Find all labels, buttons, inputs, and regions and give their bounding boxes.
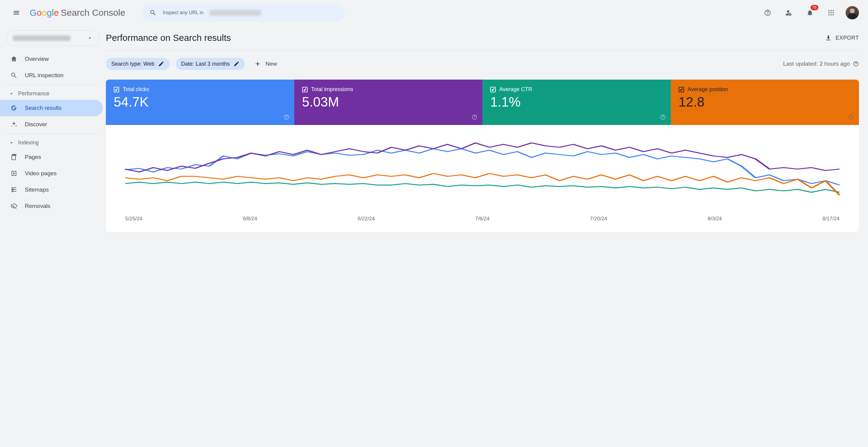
metric-help-button[interactable]: [660, 114, 666, 121]
sidebar-item-label: Search results: [25, 105, 61, 111]
x-tick: 8/17/24: [822, 216, 840, 222]
svg-point-6: [828, 14, 830, 16]
metric-value: 1.1%: [490, 94, 663, 110]
filter-row: Search type: Web Date: Last 3 months New…: [106, 51, 859, 80]
sidebar-item-search-results[interactable]: Search results: [0, 100, 103, 116]
google-g-icon: [10, 105, 18, 112]
search-icon: [10, 72, 18, 79]
eye-off-icon: [10, 203, 18, 210]
last-updated-text: Last updated: 2 hours ago: [783, 61, 850, 67]
metric-total-impressions[interactable]: Total impressions 5.03M: [294, 80, 483, 125]
metric-help-button[interactable]: [283, 114, 289, 121]
brand: Google Search Console: [30, 7, 125, 18]
apps-button[interactable]: [825, 6, 838, 19]
x-tick: 6/22/24: [358, 216, 375, 222]
property-selector[interactable]: [6, 30, 100, 46]
search-placeholder-prefix: Inspect any URL in: [163, 10, 204, 16]
manage-users-button[interactable]: [782, 6, 796, 19]
home-icon: [10, 55, 18, 63]
checkbox-icon: [302, 87, 308, 92]
metric-average-ctr[interactable]: Average CTR 1.1%: [483, 80, 671, 125]
page-header: Performance on Search results EXPORT: [106, 33, 859, 51]
svg-point-1: [831, 10, 832, 11]
chevron-down-icon: [8, 140, 14, 146]
sidebar-item-label: URL inspection: [25, 72, 63, 79]
page-title: Performance on Search results: [106, 33, 231, 43]
sidebar-section-indexing[interactable]: Indexing: [0, 135, 106, 149]
sidebar-item-pages[interactable]: Pages: [0, 149, 103, 165]
sidebar-item-label: Video pages: [25, 170, 57, 177]
help-icon[interactable]: [853, 61, 859, 67]
performance-card: Total clicks 54.7K Total impressions 5.0…: [106, 80, 859, 232]
sidebar-section-performance[interactable]: Performance: [0, 86, 106, 100]
new-label: New: [266, 61, 277, 67]
divider: [6, 134, 100, 134]
help-button[interactable]: [761, 6, 774, 19]
sidebar-item-url-inspection[interactable]: URL inspection: [0, 67, 103, 84]
menu-icon: [13, 9, 20, 16]
sidebar-section-label: Indexing: [18, 140, 39, 146]
plus-icon: [254, 60, 261, 67]
product-name: Search Console: [61, 7, 125, 18]
last-updated: Last updated: 2 hours ago: [783, 61, 859, 67]
svg-point-18: [851, 118, 851, 119]
url-inspect-searchbar[interactable]: Inspect any URL in: [142, 4, 345, 22]
sidebar-item-label: Sitemaps: [25, 186, 49, 193]
chip-label: Search type: Web: [111, 61, 155, 67]
account-avatar[interactable]: [846, 6, 859, 19]
sidebar-item-sitemaps[interactable]: Sitemaps: [0, 182, 103, 198]
chart-x-axis: 5/25/246/8/246/22/247/6/247/20/248/3/248…: [118, 213, 847, 229]
filter-chip-search-type[interactable]: Search type: Web: [106, 58, 170, 70]
x-tick: 6/8/24: [243, 216, 257, 222]
topbar: Google Search Console Inspect any URL in…: [0, 0, 868, 25]
chip-label: Date: Last 3 months: [181, 61, 230, 67]
metric-total-clicks[interactable]: Total clicks 54.7K: [106, 80, 294, 125]
x-tick: 8/3/24: [708, 216, 722, 222]
notifications-button[interactable]: 75: [803, 6, 816, 19]
x-tick: 5/25/24: [125, 216, 143, 222]
chart-series-average-ctr: [125, 182, 840, 192]
svg-point-7: [831, 14, 832, 16]
checkbox-icon: [114, 87, 119, 92]
svg-point-12: [286, 118, 287, 119]
tree-icon: [10, 186, 18, 193]
hamburger-menu-button[interactable]: [9, 5, 24, 20]
chevron-down-icon: [8, 91, 14, 97]
notification-count-badge: 75: [810, 5, 818, 10]
sidebar-item-overview[interactable]: Overview: [0, 51, 103, 67]
checkbox-icon: [679, 87, 684, 92]
property-name-redacted: [13, 35, 70, 41]
svg-point-16: [663, 118, 663, 119]
sidebar-item-discover[interactable]: Discover: [0, 116, 103, 132]
video-icon: [10, 170, 18, 177]
sidebar-item-removals[interactable]: Removals: [0, 198, 103, 214]
sidebar-item-label: Pages: [25, 154, 41, 160]
sidebar-item-label: Overview: [25, 56, 49, 62]
user-settings-icon: [785, 9, 793, 16]
help-icon: [764, 9, 771, 16]
sidebar-item-video-pages[interactable]: Video pages: [0, 165, 103, 182]
metric-help-button[interactable]: [471, 114, 477, 121]
metrics-row: Total clicks 54.7K Total impressions 5.0…: [106, 80, 859, 125]
sidebar-section-label: Performance: [18, 90, 49, 97]
svg-point-3: [828, 12, 830, 13]
download-icon: [825, 34, 832, 41]
add-filter-button[interactable]: New: [251, 60, 280, 67]
chart-series-total-clicks: [125, 149, 840, 185]
checkbox-icon: [490, 87, 496, 92]
metric-label: Total impressions: [311, 86, 353, 93]
filter-chip-date[interactable]: Date: Last 3 months: [176, 58, 245, 70]
svg-point-8: [833, 14, 834, 16]
metric-value: 12.8: [679, 94, 851, 110]
sidebar: Overview URL inspection Performance Sear…: [0, 25, 106, 447]
metric-average-position[interactable]: Average position 12.8: [671, 80, 859, 125]
metric-help-button[interactable]: [848, 114, 854, 121]
chart-area: 5/25/246/8/246/22/247/6/247/20/248/3/248…: [106, 125, 859, 232]
svg-point-10: [856, 65, 856, 65]
metric-label: Total clicks: [123, 86, 149, 93]
performance-chart[interactable]: [118, 134, 847, 213]
export-button[interactable]: EXPORT: [825, 34, 859, 41]
metric-label: Average position: [688, 86, 728, 93]
main: Performance on Search results EXPORT Sea…: [106, 25, 868, 447]
sidebar-nav: Overview URL inspection: [0, 51, 106, 84]
